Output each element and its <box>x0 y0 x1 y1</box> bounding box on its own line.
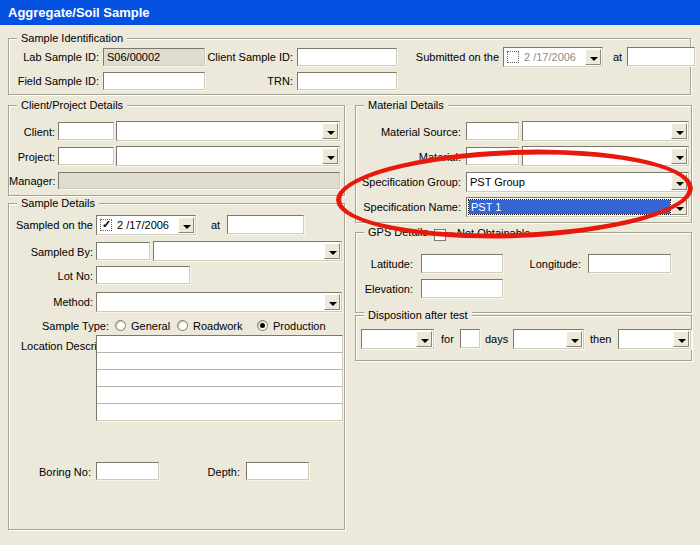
chevron-down-icon <box>183 225 191 229</box>
method-dropdown-button[interactable] <box>324 294 340 310</box>
material-source-label: Material Source: <box>356 126 461 138</box>
longitude-label: Longitude: <box>524 258 581 270</box>
longitude-field[interactable] <box>588 254 671 273</box>
field-sample-id-label: Field Sample ID: <box>9 75 99 87</box>
chevron-down-icon <box>571 339 579 343</box>
manager-field <box>58 172 340 189</box>
group-disposition: Disposition after test for days then <box>355 315 692 361</box>
client-sample-id-label: Client Sample ID: <box>205 51 293 63</box>
submitted-at-field[interactable] <box>627 47 695 66</box>
elevation-field[interactable] <box>421 279 503 298</box>
lot-no-field[interactable] <box>96 266 190 284</box>
project-label: Project: <box>9 151 55 163</box>
disposition-then-combobox[interactable] <box>618 329 691 349</box>
trn-label: TRN: <box>205 75 293 87</box>
disposition-duration-dropdown-button[interactable] <box>566 331 582 347</box>
method-combobox[interactable] <box>96 292 342 312</box>
client-code-field[interactable] <box>58 122 114 140</box>
specification-group-combobox[interactable]: PST Group <box>466 172 689 192</box>
not-obtainable-checkbox[interactable] <box>434 229 446 241</box>
specification-group-combobox-value: PST Group <box>470 176 669 188</box>
disposition-for-label: for <box>441 333 454 345</box>
sampled-date-dropdown-button[interactable] <box>178 217 194 233</box>
group-material-details-legend: Material Details <box>364 99 448 111</box>
sampled-date-value: 2 /17/2006 <box>117 219 169 231</box>
sampled-date-picker[interactable]: ✓ 2 /17/2006 <box>96 215 196 235</box>
sampled-on-label: Sampled on the <box>9 219 93 231</box>
group-disposition-legend: Disposition after test <box>364 309 472 321</box>
specification-group-dropdown-button[interactable] <box>671 174 687 190</box>
trn-field[interactable] <box>297 72 397 90</box>
group-sample-details: Sample Details Sampled on the ✓ 2 /17/20… <box>8 203 345 530</box>
radio-general-label: General <box>131 320 170 332</box>
specification-name-combobox-value: PST 1 <box>469 200 670 214</box>
check-icon: ✓ <box>102 218 111 231</box>
specification-name-dropdown-button[interactable] <box>671 199 687 215</box>
project-combobox[interactable] <box>116 146 340 166</box>
group-material-details: Material Details Material Source: Materi… <box>355 105 692 223</box>
not-obtainable-label: Not Obtainable <box>454 227 533 239</box>
sampled-by-dropdown-button[interactable] <box>324 243 340 259</box>
lab-sample-id-label: Lab Sample ID: <box>9 51 99 63</box>
client-combobox[interactable] <box>116 121 340 141</box>
specification-group-label: Specification Group: <box>356 176 461 188</box>
depth-field[interactable] <box>246 462 309 480</box>
disposition-duration-combobox[interactable] <box>513 329 584 349</box>
radio-production[interactable] <box>257 320 268 331</box>
submitted-date-dropdown-button[interactable] <box>585 49 601 65</box>
chevron-down-icon <box>676 131 684 135</box>
material-source-combobox[interactable] <box>522 121 689 141</box>
disposition-action-combobox[interactable] <box>361 329 434 349</box>
sampled-date-checkbox[interactable]: ✓ <box>100 219 112 231</box>
sampled-at-label: at <box>211 219 220 231</box>
project-dropdown-button[interactable] <box>322 148 338 164</box>
submitted-at-label: at <box>613 51 622 63</box>
material-source-dropdown-button[interactable] <box>671 123 687 139</box>
disposition-days-label: days <box>485 333 508 345</box>
chevron-down-icon <box>678 339 686 343</box>
window-titlebar: Aggregate/Soil Sample <box>0 0 700 25</box>
material-code-field[interactable] <box>466 147 519 165</box>
radio-general[interactable] <box>115 320 126 331</box>
radio-production-label: Production <box>273 320 326 332</box>
disposition-then-dropdown-button[interactable] <box>673 331 689 347</box>
client-dropdown-button[interactable] <box>322 123 338 139</box>
chevron-down-icon <box>329 302 337 306</box>
group-client-project: Client/Project Details Client: Project: … <box>8 105 345 196</box>
group-gps-details-legend: GPS Details <box>364 226 432 238</box>
material-dropdown-button[interactable] <box>671 148 687 164</box>
radio-roadwork-label: Roadwork <box>193 320 243 332</box>
chevron-down-icon <box>327 131 335 135</box>
latitude-field[interactable] <box>421 254 503 273</box>
submitted-date-picker[interactable]: 2 /17/2006 <box>503 47 603 67</box>
material-combobox[interactable] <box>522 146 689 166</box>
chevron-down-icon <box>327 156 335 160</box>
submitted-date-value: 2 /17/2006 <box>524 51 576 63</box>
material-source-code-field[interactable] <box>466 122 519 140</box>
specification-name-label: Specification Name: <box>356 201 461 213</box>
client-sample-id-field[interactable] <box>297 48 397 66</box>
disposition-action-dropdown-button[interactable] <box>416 331 432 347</box>
sampled-by-combobox[interactable] <box>153 241 342 261</box>
location-description-label: Location Description: <box>21 340 87 353</box>
disposition-days-field[interactable] <box>460 329 480 348</box>
method-label: Method: <box>9 296 93 308</box>
location-description-textarea[interactable] <box>96 335 343 421</box>
depth-label: Depth: <box>204 466 240 478</box>
sampled-by-label: Sampled By: <box>9 246 93 258</box>
radio-roadwork[interactable] <box>177 320 188 331</box>
boring-no-field[interactable] <box>96 462 159 480</box>
chevron-down-icon <box>590 57 598 61</box>
field-sample-id-field[interactable] <box>103 72 205 90</box>
sampled-by-code-field[interactable] <box>96 242 150 260</box>
project-code-field[interactable] <box>58 147 114 165</box>
window-title: Aggregate/Soil Sample <box>0 0 700 25</box>
sample-type-label: Sample Type: <box>9 320 109 332</box>
group-sample-details-legend: Sample Details <box>17 197 99 209</box>
client-label: Client: <box>9 126 55 138</box>
manager-label: Manager: <box>9 175 55 187</box>
submitted-date-checkbox[interactable] <box>507 51 519 63</box>
sampled-at-field[interactable] <box>227 215 304 234</box>
specification-name-combobox[interactable]: PST 1 <box>466 197 689 217</box>
group-sample-identification-legend: Sample Identification <box>17 32 127 44</box>
